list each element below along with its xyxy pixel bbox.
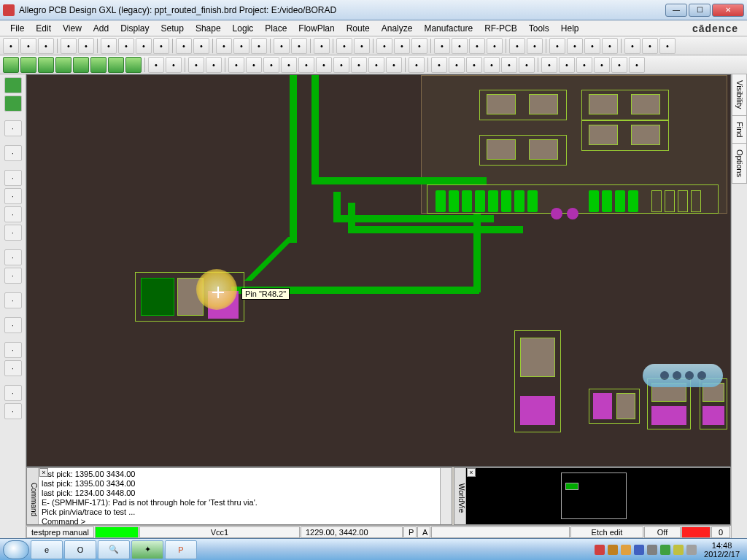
menu-place[interactable]: Place (259, 23, 293, 34)
taskbar-magnify-icon[interactable]: 🔍 (98, 540, 130, 559)
lefttool-step-icon[interactable]: · (4, 170, 22, 186)
toolbar-zoom--icon[interactable]: • (509, 38, 525, 54)
toolbar-target-icon[interactable]: • (314, 38, 330, 54)
toolbar-zoom+-icon[interactable]: • (527, 38, 543, 54)
tray-icon[interactable] (621, 545, 631, 555)
toolbar-rt5-icon[interactable]: • (611, 57, 627, 73)
tab-visibility[interactable]: Visibility (732, 74, 747, 116)
pcb-canvas[interactable]: Pin "R48.2" (26, 74, 731, 467)
toolbar-cam-icon[interactable]: • (281, 57, 297, 73)
toolbar-book2-icon[interactable]: • (263, 57, 279, 73)
toolbar-g-icon[interactable] (108, 57, 124, 73)
toolbar-zoom-icon[interactable]: • (584, 38, 600, 54)
toolbar-db-icon[interactable]: • (228, 57, 244, 73)
toolbar-grid2-icon[interactable]: • (452, 38, 468, 54)
menu-help[interactable]: Help (555, 23, 585, 34)
taskbar-clock[interactable]: 14:48 2012/2/17 (704, 541, 740, 559)
maximize-button[interactable]: ☐ (689, 4, 711, 17)
toolbar-copy-icon[interactable]: • (153, 38, 169, 54)
toolbar-grid4-icon[interactable]: • (487, 38, 503, 54)
lefttool-shp2-icon[interactable]: · (4, 268, 22, 284)
toolbar-cross-icon[interactable]: • (336, 38, 352, 54)
menu-flowplan[interactable]: FlowPlan (293, 23, 340, 34)
toolbar-sym-icon[interactable]: • (316, 57, 332, 73)
taskbar-ppt-icon[interactable]: P (165, 540, 197, 559)
tray-icon[interactable] (608, 545, 618, 555)
command-tab[interactable]: Command (27, 468, 39, 524)
status-layer-swatch[interactable] (95, 526, 139, 538)
toolbar-redo-icon[interactable]: • (193, 38, 209, 54)
tab-options[interactable]: Options (732, 144, 747, 184)
toolbar-zoomfit-icon[interactable]: • (233, 38, 249, 54)
menu-manufacture[interactable]: Manufacture (418, 23, 479, 34)
lefttool-g-icon[interactable] (4, 77, 22, 93)
toolbar-cross2-icon[interactable]: • (354, 38, 370, 54)
worldview-canvas[interactable] (466, 468, 730, 524)
toolbar-g-icon[interactable] (55, 57, 71, 73)
menu-route[interactable]: Route (341, 23, 376, 34)
toolbar-exp-icon[interactable]: • (409, 57, 425, 73)
toolbar-rt-icon[interactable]: • (541, 57, 557, 73)
status-drc-swatch[interactable] (681, 526, 711, 538)
toolbar-center-icon[interactable]: • (274, 38, 290, 54)
lefttool-xx-icon[interactable]: · (4, 403, 22, 419)
toolbar-r1r2-icon[interactable]: • (298, 57, 314, 73)
tray-icon[interactable] (595, 545, 605, 555)
toolbar-rt3-icon[interactable]: • (576, 57, 592, 73)
tray-icon[interactable] (634, 545, 644, 555)
toolbar-g-icon[interactable] (125, 57, 142, 73)
tray-icon[interactable] (673, 545, 684, 555)
tray-icon[interactable] (660, 545, 670, 555)
toolbar-grid-icon[interactable]: • (434, 38, 450, 54)
menu-rfpcb[interactable]: RF-PCB (479, 23, 523, 34)
toolbar-g-icon[interactable] (38, 57, 54, 73)
toolbar-undo-icon[interactable]: • (176, 38, 192, 54)
lefttool-ang-icon[interactable]: · (4, 225, 22, 241)
menu-edit[interactable]: Edit (30, 23, 57, 34)
menu-tools[interactable]: Tools (523, 23, 555, 34)
menu-display[interactable]: Display (115, 23, 155, 34)
command-scrollbar[interactable] (440, 468, 452, 524)
toolbar-grid-icon[interactable]: • (386, 57, 402, 73)
menu-file[interactable]: File (4, 23, 30, 34)
toolbar-pad-icon[interactable]: • (166, 57, 182, 73)
toolbar-dot-icon[interactable]: • (368, 57, 384, 73)
toolbar-flag-icon[interactable]: • (431, 57, 447, 73)
close-button[interactable]: ✕ (712, 4, 744, 17)
toolbar-open-icon[interactable]: • (20, 38, 36, 54)
menu-setup[interactable]: Setup (155, 23, 190, 34)
command-log[interactable]: last pick: 1395.00 3434.00 last pick: 13… (39, 468, 440, 524)
toolbar-save-icon[interactable]: • (38, 38, 54, 54)
toolbar-cube-icon[interactable]: • (659, 38, 676, 54)
tray-volume-icon[interactable] (686, 545, 697, 555)
toolbar-book-icon[interactable]: • (246, 57, 262, 73)
toolbar-g-icon[interactable] (3, 57, 19, 73)
tab-find[interactable]: Find (732, 116, 747, 144)
lefttool-line-icon[interactable]: · (4, 145, 22, 161)
toolbar-g-icon[interactable] (90, 57, 107, 73)
toolbar-box-icon[interactable]: • (118, 38, 134, 54)
menu-shape[interactable]: Shape (190, 23, 227, 34)
status-p[interactable]: P (403, 526, 417, 538)
taskbar-allegro-icon[interactable]: ✦ (131, 540, 163, 559)
toolbar-g-icon[interactable] (20, 57, 36, 73)
toolbar-flag4-icon[interactable]: • (484, 57, 500, 73)
toolbar-grid3-icon[interactable]: • (469, 38, 485, 54)
start-button[interactable] (3, 540, 29, 559)
toolbar-move-icon[interactable]: • (291, 38, 307, 54)
tray-icon[interactable] (647, 545, 657, 555)
toolbar-find-icon[interactable]: • (549, 38, 565, 54)
lefttool-arr-icon[interactable]: · (4, 188, 22, 204)
menu-view[interactable]: View (57, 23, 88, 34)
command-close-icon[interactable]: × (39, 468, 48, 477)
lefttool-db-icon[interactable]: · (4, 385, 22, 401)
taskbar-outlook-icon[interactable]: O (64, 540, 96, 559)
toolbar-g-icon[interactable] (73, 57, 89, 73)
lefttool-y-icon[interactable]: · (4, 120, 22, 136)
toolbar-pin-icon[interactable]: • (411, 38, 427, 54)
toolbar-dim-icon[interactable]: • (188, 57, 204, 73)
toolbar-arrow-icon[interactable]: • (101, 38, 117, 54)
taskbar-ie-icon[interactable]: e (31, 540, 63, 559)
toolbar-rt6-icon[interactable]: • (629, 57, 645, 73)
toolbar-folder-icon[interactable]: • (61, 38, 77, 54)
